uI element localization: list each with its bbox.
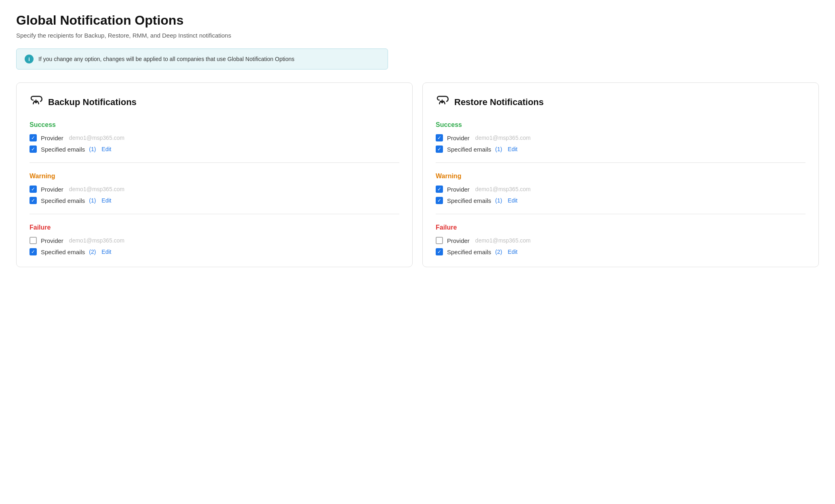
restore-warning-specified_emails-edit-link[interactable]: Edit — [508, 197, 517, 204]
backup-warning-specified_emails-edit-link[interactable]: Edit — [101, 197, 111, 204]
restore-failure-specified_emails-count: (2) — [495, 249, 502, 255]
restore-success-provider-label: Provider — [447, 135, 470, 141]
backup-failure-provider-email: demo1@msp365.com — [69, 237, 124, 244]
backup-failure-specified_emails-label: Specified emails — [41, 249, 85, 255]
backup-warning-provider-row: ✓Providerdemo1@msp365.com — [30, 186, 399, 193]
backup-failure-provider-row: Providerdemo1@msp365.com — [30, 237, 399, 244]
backup-warning-provider-label: Provider — [41, 186, 63, 193]
info-banner: i If you change any option, changes will… — [16, 49, 388, 70]
backup-warning-title: Warning — [30, 173, 399, 180]
restore-success-specified_emails-row: ✓Specified emails(1)Edit — [436, 146, 805, 153]
restore-failure-specified_emails-edit-link[interactable]: Edit — [508, 249, 517, 255]
restore-success-provider-email: demo1@msp365.com — [475, 135, 531, 141]
backup-success-specified_emails-row: ✓Specified emails(1)Edit — [30, 146, 399, 153]
backup-warning-specified_emails-count: (1) — [89, 197, 96, 204]
backup-warning-specified_emails-checkbox[interactable]: ✓ — [30, 197, 37, 204]
restore-warning-provider-label: Provider — [447, 186, 470, 193]
restore-warning-specified_emails-checkbox[interactable]: ✓ — [436, 197, 443, 204]
restore-icon — [436, 94, 449, 110]
backup-header: Backup Notifications — [30, 94, 399, 110]
backup-warning-specified_emails-row: ✓Specified emails(1)Edit — [30, 197, 399, 204]
restore-success-specified_emails-checkbox[interactable]: ✓ — [436, 146, 443, 153]
page-title: Global Notification Options — [16, 13, 819, 28]
restore-warning-specified_emails-row: ✓Specified emails(1)Edit — [436, 197, 805, 204]
restore-failure-provider-row: Providerdemo1@msp365.com — [436, 237, 805, 244]
restore-title: Restore Notifications — [454, 97, 544, 108]
restore-failure-provider-checkbox[interactable] — [436, 237, 443, 244]
backup-failure-provider-checkbox[interactable] — [30, 237, 37, 244]
backup-title: Backup Notifications — [48, 97, 137, 108]
backup-warning-provider-email: demo1@msp365.com — [69, 186, 124, 192]
restore-success-provider-row: ✓Providerdemo1@msp365.com — [436, 134, 805, 141]
restore-section-failure: FailureProviderdemo1@msp365.com✓Specifie… — [436, 224, 805, 255]
restore-warning-title: Warning — [436, 173, 805, 180]
backup-success-specified_emails-checkbox[interactable]: ✓ — [30, 146, 37, 153]
restore-failure-provider-email: demo1@msp365.com — [475, 237, 531, 244]
backup-failure-title: Failure — [30, 224, 399, 231]
panel-restore: Restore NotificationsSuccess✓Providerdem… — [422, 82, 819, 267]
restore-failure-specified_emails-checkbox[interactable]: ✓ — [436, 248, 443, 255]
page-subtitle: Specify the recipients for Backup, Resto… — [16, 32, 819, 39]
restore-failure-specified_emails-row: ✓Specified emails(2)Edit — [436, 248, 805, 255]
restore-failure-provider-label: Provider — [447, 237, 470, 244]
panels-row: Backup NotificationsSuccess✓Providerdemo… — [16, 82, 819, 267]
panel-backup: Backup NotificationsSuccess✓Providerdemo… — [16, 82, 413, 267]
restore-success-title: Success — [436, 121, 805, 129]
backup-warning-provider-checkbox[interactable]: ✓ — [30, 186, 37, 193]
restore-warning-specified_emails-count: (1) — [495, 197, 502, 204]
backup-success-title: Success — [30, 121, 399, 129]
backup-icon — [30, 94, 42, 110]
restore-failure-title: Failure — [436, 224, 805, 231]
backup-success-provider-label: Provider — [41, 135, 63, 141]
restore-warning-provider-row: ✓Providerdemo1@msp365.com — [436, 186, 805, 193]
restore-success-specified_emails-edit-link[interactable]: Edit — [508, 146, 517, 152]
restore-success-specified_emails-label: Specified emails — [447, 146, 491, 153]
restore-warning-specified_emails-label: Specified emails — [447, 197, 491, 204]
info-icon: i — [25, 55, 34, 63]
backup-success-specified_emails-edit-link[interactable]: Edit — [101, 146, 111, 152]
backup-failure-specified_emails-count: (2) — [89, 249, 96, 255]
backup-warning-specified_emails-label: Specified emails — [41, 197, 85, 204]
backup-success-specified_emails-label: Specified emails — [41, 146, 85, 153]
restore-success-specified_emails-count: (1) — [495, 146, 502, 152]
backup-success-specified_emails-count: (1) — [89, 146, 96, 152]
restore-section-success: Success✓Providerdemo1@msp365.com✓Specifi… — [436, 121, 805, 163]
backup-success-provider-row: ✓Providerdemo1@msp365.com — [30, 134, 399, 141]
restore-success-provider-checkbox[interactable]: ✓ — [436, 134, 443, 141]
restore-warning-provider-email: demo1@msp365.com — [475, 186, 531, 192]
restore-header: Restore Notifications — [436, 94, 805, 110]
restore-warning-provider-checkbox[interactable]: ✓ — [436, 186, 443, 193]
backup-failure-specified_emails-checkbox[interactable]: ✓ — [30, 248, 37, 255]
restore-failure-specified_emails-label: Specified emails — [447, 249, 491, 255]
backup-success-provider-checkbox[interactable]: ✓ — [30, 134, 37, 141]
backup-failure-provider-label: Provider — [41, 237, 63, 244]
backup-failure-specified_emails-edit-link[interactable]: Edit — [101, 249, 111, 255]
info-banner-text: If you change any option, changes will b… — [38, 56, 295, 62]
restore-section-warning: Warning✓Providerdemo1@msp365.com✓Specifi… — [436, 173, 805, 214]
backup-section-success: Success✓Providerdemo1@msp365.com✓Specifi… — [30, 121, 399, 163]
backup-success-provider-email: demo1@msp365.com — [69, 135, 124, 141]
backup-failure-specified_emails-row: ✓Specified emails(2)Edit — [30, 248, 399, 255]
backup-section-failure: FailureProviderdemo1@msp365.com✓Specifie… — [30, 224, 399, 255]
backup-section-warning: Warning✓Providerdemo1@msp365.com✓Specifi… — [30, 173, 399, 214]
